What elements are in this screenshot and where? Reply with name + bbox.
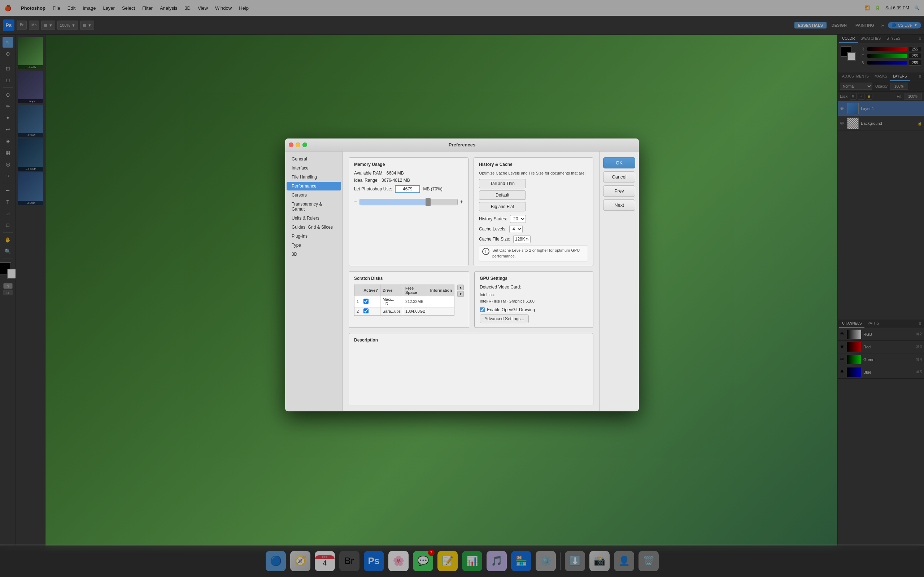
scratch-table: Active? Drive Free Space Information 1 xyxy=(354,285,454,316)
scratch-row-0-free: 212.32MB xyxy=(403,296,428,307)
big-flat-btn[interactable]: Big and Flat xyxy=(479,202,526,212)
ideal-range-value: 3676-4812 MB xyxy=(381,178,410,183)
scratch-scroll-buttons: ▲ ▼ xyxy=(457,285,464,297)
scratch-row-1-drive: Sara...ups xyxy=(380,307,403,316)
prev-button[interactable]: Prev xyxy=(603,185,635,197)
gpu-model: Intel(R) Iris(TM) Graphics 6100 xyxy=(480,299,535,303)
dialog-title: Preferences xyxy=(449,142,475,148)
next-button[interactable]: Next xyxy=(603,200,635,211)
let-use-unit: MB (70%) xyxy=(423,187,442,192)
memory-section-title: Memory Usage xyxy=(354,162,463,167)
memory-slider-row: − + xyxy=(354,195,463,209)
ideal-range-label: Ideal Range: xyxy=(354,178,379,183)
optimize-text: Optimize Cache Levels and Tile Size for … xyxy=(479,171,588,176)
scratch-disks-title: Scratch Disks xyxy=(354,276,464,281)
info-text: Set Cache Levels to 2 or higher for opti… xyxy=(492,248,585,259)
pref-item-transparency[interactable]: Transparency & Gamut xyxy=(287,200,341,213)
enable-opengl-checkbox[interactable] xyxy=(480,308,485,313)
memory-usage-section: Memory Usage Available RAM: 6684 MB Idea… xyxy=(349,157,468,266)
dialog-titlebar: Preferences xyxy=(285,139,639,152)
available-ram-label: Available RAM: xyxy=(354,171,384,176)
scratch-row-0-drive: Maci... HD xyxy=(380,296,403,307)
scratch-col-num xyxy=(354,285,361,296)
history-states-select[interactable]: 20 xyxy=(510,215,526,223)
mem-slider-plus-icon[interactable]: + xyxy=(460,199,463,205)
let-use-input[interactable] xyxy=(395,185,420,193)
memory-slider-track[interactable] xyxy=(360,199,457,205)
memory-slider-fill xyxy=(360,199,428,205)
scratch-row-1-info xyxy=(428,307,454,316)
preferences-content: Memory Usage Available RAM: 6684 MB Idea… xyxy=(343,152,599,411)
cache-levels-label: Cache Levels: xyxy=(479,227,506,232)
cache-levels-row: Cache Levels: 4 xyxy=(479,226,588,233)
close-button[interactable] xyxy=(289,142,294,147)
scratch-row-0-info xyxy=(428,296,454,307)
gpu-card-info: Intel Inc. Intel(R) Iris(TM) Graphics 61… xyxy=(480,292,588,305)
scratch-col-drive: Drive xyxy=(380,285,403,296)
minimize-button[interactable] xyxy=(296,142,300,147)
pref-item-cursors[interactable]: Cursors xyxy=(287,191,341,200)
ideal-range-row: Ideal Range: 3676-4812 MB xyxy=(354,178,463,183)
scratch-col-info: Information xyxy=(428,285,454,296)
available-ram-value: 6684 MB xyxy=(386,171,404,176)
pref-item-general[interactable]: General xyxy=(287,155,341,163)
scratch-with-scroll: Active? Drive Free Space Information 1 xyxy=(354,285,464,316)
scratch-col-active: Active? xyxy=(361,285,380,296)
enable-opengl-row: Enable OpenGL Drawing xyxy=(480,308,588,313)
scratch-row-1-free: 1804.60GB xyxy=(403,307,428,316)
scratch-col-free: Free Space xyxy=(403,285,428,296)
pref-item-units-rulers[interactable]: Units & Rulers xyxy=(287,214,341,222)
gpu-info-row: ! Set Cache Levels to 2 or higher for op… xyxy=(479,246,588,262)
maximize-button[interactable] xyxy=(302,142,307,147)
gpu-section-title: GPU Settings xyxy=(480,276,588,281)
pref-item-plug-ins[interactable]: Plug-Ins xyxy=(287,232,341,240)
scratch-scroll-down-btn[interactable]: ▼ xyxy=(457,291,464,297)
cache-tile-arrows-icon: ⇅ xyxy=(526,237,529,241)
pref-item-type[interactable]: Type xyxy=(287,241,341,250)
row-2: Scratch Disks Active? Drive Free Space I… xyxy=(349,271,593,328)
tall-thin-btn[interactable]: Tall and Thin xyxy=(479,179,526,189)
cache-buttons: Tall and Thin Default Big and Flat xyxy=(479,179,588,212)
default-btn[interactable]: Default xyxy=(479,191,526,200)
history-states-row: History States: 20 xyxy=(479,215,588,223)
cache-tile-row: Cache Tile Size: 128K ⇅ xyxy=(479,235,588,243)
detected-card-row: Detected Video Card: xyxy=(480,285,588,290)
preferences-dialog: Preferences General Interface File Handl… xyxy=(285,139,639,411)
scratch-row-1-num: 2 xyxy=(354,307,361,316)
cache-levels-select[interactable]: 4 xyxy=(509,226,523,233)
traffic-lights xyxy=(289,142,307,147)
cache-tile-label: Cache Tile Size: xyxy=(479,237,510,242)
mem-slider-minus-icon[interactable]: − xyxy=(354,199,357,205)
pref-item-interface[interactable]: Interface xyxy=(287,164,341,172)
let-use-label: Let Photoshop Use: xyxy=(354,187,392,192)
scratch-row-0-active xyxy=(361,296,380,307)
enable-opengl-label: Enable OpenGL Drawing xyxy=(487,308,535,313)
scratch-checkbox-0[interactable] xyxy=(363,298,368,304)
scratch-row-0: 1 Maci... HD 212.32MB xyxy=(354,296,454,307)
history-cache-section: History & Cache Optimize Cache Levels an… xyxy=(473,157,593,266)
advanced-settings-btn[interactable]: Advanced Settings... xyxy=(480,315,529,324)
pref-item-guides-grid[interactable]: Guides, Grid & Slices xyxy=(287,223,341,232)
preferences-sidebar: General Interface File Handling Performa… xyxy=(285,152,343,411)
pref-item-file-handling[interactable]: File Handling xyxy=(287,173,341,181)
scratch-row-1-active xyxy=(361,307,380,316)
info-icon: ! xyxy=(482,248,489,255)
available-ram-row: Available RAM: 6684 MB xyxy=(354,171,463,176)
preferences-actions: OK Cancel Prev Next xyxy=(599,152,639,411)
history-cache-title: History & Cache xyxy=(479,162,588,167)
pref-item-3d[interactable]: 3D xyxy=(287,250,341,259)
scratch-row-1: 2 Sara...ups 1804.60GB xyxy=(354,307,454,316)
pref-item-performance[interactable]: Performance xyxy=(287,182,341,190)
dialog-body: General Interface File Handling Performa… xyxy=(285,152,639,411)
scratch-checkbox-1[interactable] xyxy=(363,308,368,313)
gpu-settings-section: GPU Settings Detected Video Card: Intel … xyxy=(474,271,593,328)
description-section: Description xyxy=(349,333,593,406)
memory-slider-thumb[interactable] xyxy=(426,198,431,206)
let-use-row: Let Photoshop Use: MB (70%) xyxy=(354,185,463,193)
ok-button[interactable]: OK xyxy=(603,157,635,168)
cancel-button[interactable]: Cancel xyxy=(603,171,635,182)
scratch-disks-section: Scratch Disks Active? Drive Free Space I… xyxy=(349,271,469,328)
scratch-scroll-up-btn[interactable]: ▲ xyxy=(457,285,464,290)
description-title: Description xyxy=(354,338,588,343)
cache-tile-select[interactable]: 128K ⇅ xyxy=(513,235,531,243)
